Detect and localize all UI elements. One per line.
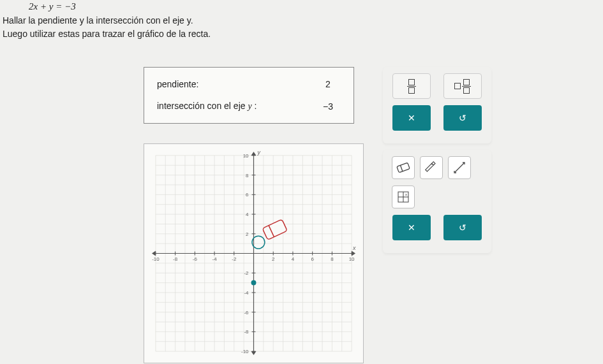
fraction-button[interactable] bbox=[392, 73, 431, 99]
equation: 2x + y = −3 bbox=[29, 1, 76, 12]
graph-panel[interactable]: xy -10-8-6-4-2246810-10-8-6-4-2246810 bbox=[144, 143, 364, 363]
svg-text:x: x bbox=[405, 193, 407, 196]
svg-text:-10: -10 bbox=[241, 349, 249, 354]
yint-label: intersección con el eje y : bbox=[157, 101, 257, 112]
svg-text:6: 6 bbox=[246, 192, 249, 198]
svg-text:y: y bbox=[257, 149, 260, 156]
action-row: ✕ ↺ bbox=[389, 105, 485, 131]
graph-tool-panel: x ✕ ↺ bbox=[383, 150, 491, 253]
svg-text:x: x bbox=[352, 245, 356, 251]
fraction-icon bbox=[407, 79, 416, 94]
svg-text:2: 2 bbox=[246, 231, 249, 237]
instructions: Hallar la pendiente y la intersección co… bbox=[3, 14, 211, 41]
draw-tool-row-1 bbox=[389, 156, 485, 179]
answer-box: pendiente: 2 intersección con el eje y :… bbox=[144, 67, 354, 124]
slope-row: pendiente: 2 bbox=[157, 79, 341, 89]
plotted-point[interactable] bbox=[251, 280, 257, 286]
svg-text:10: 10 bbox=[349, 256, 355, 262]
mixed-fraction-button[interactable] bbox=[443, 73, 482, 99]
svg-text:4: 4 bbox=[246, 212, 249, 217]
svg-line-88 bbox=[400, 165, 402, 171]
zoom-grid-button[interactable]: x bbox=[392, 186, 415, 208]
undo-icon: ↺ bbox=[459, 222, 466, 233]
close-icon: ✕ bbox=[408, 222, 415, 233]
undo-icon: ↺ bbox=[459, 113, 466, 123]
line-tool-button[interactable] bbox=[448, 156, 471, 179]
svg-text:10: 10 bbox=[243, 153, 249, 159]
yint-input[interactable]: −3 bbox=[315, 101, 341, 112]
svg-text:-8: -8 bbox=[244, 329, 249, 335]
line-icon bbox=[453, 161, 466, 174]
svg-text:2: 2 bbox=[272, 256, 275, 262]
zoom-grid-icon: x bbox=[397, 191, 410, 203]
svg-text:8: 8 bbox=[246, 173, 249, 178]
yint-label-post: : bbox=[252, 101, 257, 111]
svg-text:-10: -10 bbox=[152, 256, 160, 262]
graph-clear-button[interactable]: ✕ bbox=[392, 215, 431, 240]
graph-action-row: ✕ ↺ bbox=[389, 215, 485, 240]
graph-svg: xy -10-8-6-4-2246810-10-8-6-4-2246810 bbox=[144, 144, 363, 363]
slope-input[interactable]: 2 bbox=[315, 79, 341, 89]
eraser-tool-icon bbox=[396, 163, 410, 173]
slope-label: pendiente: bbox=[157, 79, 198, 89]
answer-tool-panel: ✕ ↺ bbox=[383, 67, 491, 143]
close-icon: ✕ bbox=[408, 113, 415, 123]
svg-text:8: 8 bbox=[331, 256, 334, 262]
svg-text:-2: -2 bbox=[244, 270, 249, 276]
eraser-tool-button[interactable] bbox=[392, 156, 415, 179]
svg-text:-8: -8 bbox=[173, 256, 178, 262]
svg-text:-6: -6 bbox=[244, 310, 249, 316]
svg-text:-6: -6 bbox=[193, 256, 198, 262]
pencil-tool-button[interactable] bbox=[420, 156, 443, 179]
pencil-icon bbox=[425, 161, 438, 174]
instruction-line-1: Hallar la pendiente y la intersección co… bbox=[3, 14, 211, 27]
svg-text:-2: -2 bbox=[232, 256, 237, 262]
yint-row: intersección con el eje y : −3 bbox=[157, 101, 341, 112]
yint-label-pre: intersección con el eje bbox=[157, 101, 248, 111]
eraser-icon bbox=[262, 219, 287, 240]
svg-text:-4: -4 bbox=[244, 290, 249, 296]
svg-text:-4: -4 bbox=[212, 256, 218, 262]
svg-text:4: 4 bbox=[292, 256, 295, 262]
fraction-tool-row bbox=[389, 73, 485, 99]
instruction-line-2: Luego utilizar estas para trazar el gráf… bbox=[3, 27, 211, 41]
draw-tool-row-2: x bbox=[389, 186, 485, 208]
graph-undo-button[interactable]: ↺ bbox=[443, 215, 482, 240]
svg-line-89 bbox=[455, 163, 464, 172]
undo-button[interactable]: ↺ bbox=[443, 105, 482, 131]
mixed-fraction-icon bbox=[454, 79, 471, 94]
svg-rect-87 bbox=[397, 163, 410, 173]
svg-text:6: 6 bbox=[311, 256, 314, 262]
clear-button[interactable]: ✕ bbox=[392, 105, 431, 131]
